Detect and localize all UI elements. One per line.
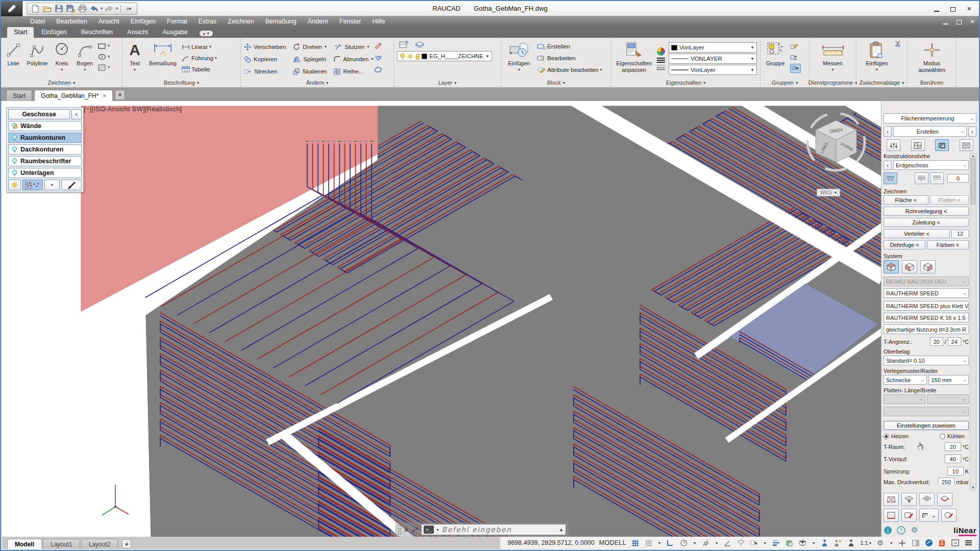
clean-screen-icon[interactable] (911, 539, 920, 547)
osnap-dropdown-icon[interactable]: ▾ (715, 539, 719, 547)
bogen-button[interactable]: Bogen▾ (75, 39, 95, 78)
eigenschaften-anpassen-button[interactable]: Eigenschaften anpassen (615, 39, 653, 78)
hoehe-input[interactable]: 0 (947, 174, 969, 183)
pipe-layout-button[interactable] (935, 139, 949, 151)
menu-einfuegen[interactable]: Einfügen (125, 17, 161, 26)
kreis-button[interactable]: Kreis▾ (52, 39, 71, 78)
annotation-autoscale-icon[interactable] (834, 539, 842, 547)
undo-button[interactable] (89, 4, 99, 14)
application-menu-button[interactable] (1, 1, 22, 16)
viewcube-home-icon[interactable]: ⌂ (807, 114, 811, 121)
command-line-bar[interactable]: × >_ ▾ Befehl eingeben ▲ (395, 522, 569, 537)
print-button[interactable] (77, 4, 87, 14)
panel-settings-button[interactable]: ⚙ (911, 525, 918, 535)
fuehrung-button[interactable]: Führung▾ (182, 54, 217, 63)
variante-dropdown[interactable]: RAUTHERM SPEED plus Klett Ver⌄ (884, 301, 969, 311)
settings-gear-icon[interactable]: ⚙ (876, 539, 885, 547)
settings-dropdown-icon[interactable]: ▾ (889, 539, 893, 547)
layer-lock-icon[interactable] (415, 53, 420, 60)
command-expand-icon[interactable]: ▲ (559, 527, 564, 532)
kuehlen-radio[interactable]: Kühlen (940, 433, 965, 439)
panel-label-block[interactable]: Block▾ (501, 78, 611, 87)
panel-nav-left-button[interactable]: ‹ (884, 127, 892, 137)
3d-osnap-dropdown-icon[interactable]: ▾ (812, 539, 816, 547)
modus-auswaehlen-button[interactable]: Modus auswählen (914, 39, 950, 78)
mdi-close-button[interactable]: × (969, 18, 976, 24)
linear-dimension-button[interactable]: Linear▾ (182, 42, 217, 52)
object-snap-icon[interactable] (701, 539, 710, 547)
ribbon-tab-beschriften[interactable]: Beschriften (75, 27, 120, 38)
doctab-active-drawing[interactable]: Gotha_GebMan_FH*× (34, 90, 113, 101)
gruppe-auswaehlen-button[interactable] (790, 64, 801, 73)
tabelle-button[interactable]: Tabelle (182, 65, 217, 74)
minimize-button[interactable] (933, 6, 940, 12)
undo-dropdown-icon[interactable]: ▾ (101, 7, 103, 11)
pattern-view-button[interactable] (911, 139, 925, 151)
gruppe-hinzufuegen-button[interactable] (790, 53, 801, 62)
tool-diamond-outline-button[interactable] (919, 493, 935, 506)
muster-dropdown[interactable]: Schnecke⌄ (884, 375, 927, 385)
color-wheel-icon[interactable] (656, 47, 666, 56)
block-bearbeiten-button[interactable]: Bearbeiten (537, 54, 602, 63)
drawing-canvas[interactable]: S ⌂ OBEN LINKS VORNE [−][ISO-Ansicht SW]… (2, 101, 881, 537)
ortho-icon[interactable] (666, 539, 675, 547)
redo-button[interactable] (104, 4, 114, 14)
tool-area-brush-button[interactable] (901, 509, 917, 522)
strecken-button[interactable]: Strecken (244, 66, 286, 77)
tool-diamond-down-button[interactable] (901, 493, 917, 506)
panel-label-beruehren[interactable]: Berühren (908, 78, 956, 87)
text-button[interactable]: AText▾ (126, 39, 144, 78)
menu-bemassung[interactable]: Bemaßung (259, 17, 302, 26)
system-cube2-button[interactable] (902, 260, 917, 273)
verteiler-button[interactable]: Verteiler < (884, 229, 950, 238)
nutzung-dropdown[interactable]: gleichartige Nutzung d=3.3cm R⌄ (884, 324, 969, 334)
t-vorlauf-input[interactable]: 40 (945, 455, 961, 463)
palette-dropdown-button[interactable]: ▾ (44, 180, 60, 190)
layer-color-swatch[interactable] (422, 54, 427, 59)
maximize-button[interactable] (949, 6, 957, 12)
command-close-icon[interactable]: × (404, 526, 408, 534)
palette-item-waende[interactable]: Wände (8, 121, 82, 131)
linie-button[interactable]: Linie (4, 39, 22, 78)
hardware-acceleration-icon[interactable] (924, 539, 933, 547)
skalieren-button[interactable]: Skalieren (293, 66, 327, 77)
panel-scrollbar[interactable]: ▲ ▼ (970, 153, 976, 490)
menu-hilfe[interactable]: Hilfe (366, 17, 390, 26)
transparency-icon[interactable] (785, 539, 794, 547)
geschosse-header-button[interactable]: Geschosse (8, 109, 70, 119)
panel-label-gruppen[interactable]: Gruppen▾ (761, 78, 809, 87)
abrunden-button[interactable]: Abrunden▾ (334, 54, 373, 65)
gruppe-button[interactable]: Gruppe (764, 39, 787, 78)
space-indicator[interactable]: MODELL (599, 539, 626, 546)
palette-collapse-button[interactable]: < (71, 109, 82, 119)
mode-dropdown[interactable]: Erstellen⌄ (893, 126, 967, 137)
annotation-visibility-icon[interactable] (820, 539, 829, 547)
polylinie-button[interactable]: Polylinie (26, 39, 49, 78)
annotation-scale-people-icon[interactable] (847, 539, 855, 547)
stutzen-button[interactable]: Stutzen▾ (334, 41, 373, 53)
wks-badge[interactable]: WKS▾ (817, 189, 840, 196)
snap-grid-icon[interactable] (631, 539, 640, 547)
ribbon-tab-ausgabe[interactable]: Ausgabe (156, 27, 194, 38)
ursprung-button[interactable] (374, 53, 383, 62)
palette-pick-button[interactable] (61, 180, 82, 190)
zuleitung-button[interactable]: Zuleitung < (884, 218, 969, 227)
menu-zeichnen[interactable]: Zeichnen (222, 17, 259, 26)
ribbon-tab-einfuegen[interactable]: Einfügen (35, 27, 73, 38)
qat-customize-button[interactable]: ≡▾ (124, 4, 134, 14)
oberbelag-dropdown[interactable]: Standard= 0.10⌄ (884, 356, 969, 365)
3d-osnap-icon[interactable] (798, 539, 807, 547)
redo-dropdown-icon[interactable]: ▾ (116, 7, 118, 11)
hoehe-mode1-button[interactable] (884, 172, 897, 184)
t-raum-input[interactable]: 20 (945, 442, 961, 451)
t-angrenz-input-1[interactable]: 20 (930, 337, 943, 346)
selection-cycling-icon[interactable] (750, 539, 758, 547)
panel-label-zeichnen[interactable]: Zeichnen▾ (1, 78, 122, 87)
layer-freeze-sun-icon[interactable] (407, 53, 413, 60)
tool-corner-button[interactable]: ⌄ (919, 509, 939, 522)
panel-label-dienstprogramme[interactable]: Dienstprogramme▾ (810, 78, 856, 87)
system-cube3-button[interactable] (920, 260, 936, 273)
polar-dropdown-icon[interactable]: ▾ (693, 539, 697, 547)
palette-item-dachkonturen[interactable]: Dachkonturen (8, 144, 82, 155)
command-prompt-icon[interactable]: >_ (424, 525, 434, 534)
